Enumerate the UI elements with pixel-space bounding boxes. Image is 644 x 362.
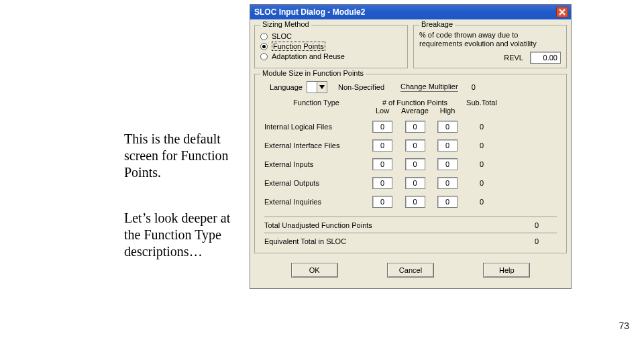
slide-annotation-deeper: Let’s look deeper at the Function Type d… — [124, 210, 238, 260]
fp-high-input[interactable]: 0 — [437, 158, 458, 170]
radio-icon — [260, 33, 268, 40]
radio-icon — [260, 43, 268, 50]
fp-subtotal: 0 — [462, 141, 502, 149]
revl-label: REVL — [504, 54, 523, 62]
fp-subtotal: 0 — [462, 123, 502, 131]
fp-avg-input[interactable]: 0 — [405, 139, 425, 152]
sloc-input-dialog: SLOC Input Dialog - Module2 Sizing Metho… — [250, 4, 572, 289]
radio-adapt-label: Adaptation and Reuse — [272, 52, 345, 60]
breakage-description: % of code thrown away due to requirement… — [419, 31, 561, 48]
radio-icon — [260, 53, 268, 60]
fp-high-input[interactable]: 0 — [437, 196, 458, 208]
fp-avg-input[interactable]: 0 — [405, 196, 425, 208]
change-multiplier-value: 0 — [472, 83, 476, 91]
language-nonspecified: Non-Specified — [338, 83, 384, 91]
table-row: External Inquiries 0 0 0 0 — [264, 192, 557, 211]
fp-low-input[interactable]: 0 — [372, 158, 392, 170]
cancel-button[interactable]: Cancel — [387, 263, 434, 278]
row-name: Internal Logical Files — [264, 123, 368, 131]
row-name: External Outputs — [264, 179, 368, 187]
row-name: External Inputs — [264, 160, 368, 168]
fp-subtotal: 0 — [462, 179, 502, 187]
fp-low-input[interactable]: 0 — [372, 139, 392, 152]
revl-input[interactable]: 0.00 — [530, 52, 561, 64]
titlebar[interactable]: SLOC Input Dialog - Module2 — [250, 5, 571, 19]
slide-annotation-default: This is the default screen for Function … — [124, 131, 231, 181]
table-row: Internal Logical Files 0 0 0 0 — [264, 117, 557, 136]
module-size-legend: Module Size in Function Points — [260, 69, 366, 77]
close-button[interactable] — [556, 7, 568, 17]
module-size-fp-group: Module Size in Function Points Language … — [254, 74, 567, 253]
fp-high-input[interactable]: 0 — [437, 177, 458, 189]
fp-subtotal: 0 — [462, 160, 502, 168]
fp-avg-input[interactable]: 0 — [405, 121, 425, 133]
col-low: Low — [368, 107, 396, 115]
page-number: 73 — [619, 320, 629, 331]
equiv-sloc-label: Equivalent Total in SLOC — [264, 237, 517, 245]
breakage-group: Breakage % of code thrown away due to re… — [413, 25, 567, 68]
table-row: External Outputs 0 0 0 0 — [264, 174, 557, 192]
fp-avg-input[interactable]: 0 — [405, 177, 425, 189]
sizing-method-legend: Sizing Method — [260, 20, 311, 28]
radio-function-points[interactable]: Function Points — [260, 42, 402, 51]
row-name: External Interface Files — [264, 141, 368, 149]
col-function-type: Function Type — [264, 99, 368, 107]
radio-adaptation-reuse[interactable]: Adaptation and Reuse — [260, 52, 402, 60]
language-value — [307, 82, 317, 93]
fp-avg-input[interactable]: 0 — [405, 158, 425, 170]
col-num-fp: # of Function Points — [368, 99, 462, 107]
total-unadjusted-value: 0 — [517, 221, 557, 229]
col-subtotal: Sub.Total — [462, 99, 502, 107]
dialog-button-bar: OK Cancel Help — [254, 256, 567, 284]
language-label: Language — [270, 83, 303, 91]
col-high: High — [433, 107, 462, 115]
table-row: External Interface Files 0 0 0 0 — [264, 136, 557, 155]
col-average: Average — [396, 107, 433, 115]
close-icon — [559, 9, 566, 15]
fp-low-input[interactable]: 0 — [372, 177, 392, 189]
radio-fp-label: Function Points — [272, 42, 325, 51]
ok-button[interactable]: OK — [291, 263, 338, 278]
fp-low-input[interactable]: 0 — [372, 121, 392, 133]
window-title: SLOC Input Dialog - Module2 — [254, 7, 556, 17]
fp-subtotal: 0 — [462, 198, 502, 206]
radio-sloc[interactable]: SLOC — [260, 32, 402, 40]
total-unadjusted-label: Total Unadjusted Function Points — [264, 221, 517, 229]
fp-high-input[interactable]: 0 — [437, 121, 458, 133]
table-row: External Inputs 0 0 0 0 — [264, 155, 557, 174]
radio-sloc-label: SLOC — [272, 32, 292, 40]
change-multiplier-button[interactable]: Change Multiplier — [400, 82, 458, 92]
language-combo[interactable] — [307, 81, 327, 93]
fp-high-input[interactable]: 0 — [437, 139, 458, 152]
fp-low-input[interactable]: 0 — [372, 196, 392, 208]
chevron-down-icon — [317, 82, 327, 93]
sizing-method-group: Sizing Method SLOC Function Points Adapt… — [254, 25, 408, 68]
row-name: External Inquiries — [264, 198, 368, 206]
equiv-sloc-value: 0 — [517, 237, 557, 245]
help-button[interactable]: Help — [483, 263, 530, 278]
breakage-legend: Breakage — [419, 20, 455, 28]
function-points-table: Function Type # of Function Points Sub.T… — [264, 99, 557, 211]
